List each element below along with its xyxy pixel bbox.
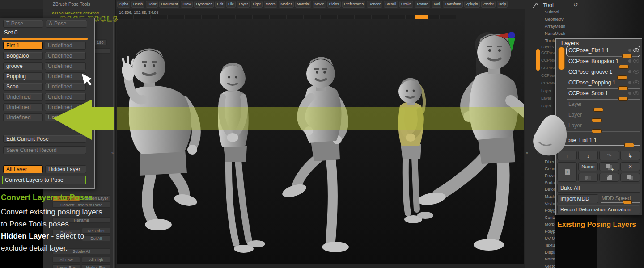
eye-icon[interactable] bbox=[633, 80, 639, 84]
viewport-canvas[interactable] bbox=[117, 20, 524, 264]
layer-slider-handle[interactable] bbox=[624, 143, 634, 147]
layer-row[interactable]: Layer bbox=[567, 110, 640, 121]
menu-item[interactable]: Draw bbox=[181, 1, 193, 8]
menu-item[interactable]: Marker bbox=[279, 1, 293, 8]
all-layer-button[interactable]: All Layer bbox=[3, 165, 43, 173]
eye-icon[interactable] bbox=[633, 91, 639, 95]
record-icon[interactable] bbox=[628, 81, 631, 84]
record-icon[interactable] bbox=[628, 70, 631, 73]
menu-item[interactable]: Picker bbox=[327, 1, 341, 8]
right-divider-handle[interactable]: » bbox=[526, 151, 528, 155]
palette-section-item[interactable]: ArrayMesh bbox=[545, 23, 565, 30]
record-icon[interactable] bbox=[628, 59, 631, 63]
mini-layer-item[interactable]: Layer bbox=[541, 95, 555, 102]
reset-icon[interactable]: ↺ bbox=[573, 1, 578, 8]
delete-layer-button[interactable]: × bbox=[620, 162, 640, 171]
timeline-tab-strip[interactable] bbox=[117, 15, 456, 19]
invert-layer-button[interactable] bbox=[599, 173, 619, 182]
pose-name-button[interactable]: Popping bbox=[3, 72, 43, 80]
mini-layer-item[interactable]: CCPose bbox=[541, 72, 555, 80]
menu-item[interactable]: Zplugin bbox=[464, 1, 479, 8]
layer-row[interactable]: CCPose_Fist 1 1 bbox=[567, 46, 640, 57]
mdd-speed-handle[interactable] bbox=[623, 200, 632, 204]
menu-item[interactable]: Alpha bbox=[117, 1, 130, 8]
menu-item[interactable]: Help bbox=[497, 1, 508, 8]
a-pose-button[interactable]: A-Pose bbox=[46, 20, 87, 28]
mini-layer-item[interactable]: Layer bbox=[541, 102, 555, 110]
new-layer-button[interactable] bbox=[557, 162, 577, 182]
bg-all-low-button[interactable]: All Low bbox=[52, 257, 80, 263]
plugin-field[interactable] bbox=[93, 48, 110, 54]
menu-item[interactable]: Tool bbox=[432, 1, 442, 8]
t-pose-button[interactable]: T-Pose bbox=[3, 20, 43, 28]
mini-layer-item[interactable]: Layer bbox=[541, 87, 555, 95]
menu-item[interactable]: Preferences bbox=[342, 1, 365, 8]
mdd-speed-track[interactable] bbox=[601, 202, 640, 203]
eye-icon[interactable] bbox=[633, 48, 639, 52]
menu-item[interactable]: Document bbox=[159, 1, 179, 8]
mini-layer-item[interactable]: CCPose bbox=[541, 57, 555, 64]
convert-layers-to-pose-button[interactable]: Convert Layers to Pose bbox=[2, 176, 86, 184]
pose-name-button[interactable]: Undefined bbox=[3, 103, 43, 111]
menu-item[interactable]: Material bbox=[295, 1, 312, 8]
import-mdd-button[interactable]: Import MDD bbox=[557, 194, 598, 203]
hidden-layer-button[interactable]: Hidden Layer bbox=[45, 165, 86, 173]
menu-item[interactable]: Texture bbox=[415, 1, 430, 8]
layer-intensity-handle[interactable] bbox=[592, 129, 602, 133]
record-icon[interactable] bbox=[628, 49, 631, 52]
layers-scrollbar-pill[interactable] bbox=[558, 47, 565, 70]
active-tab-marker[interactable] bbox=[415, 15, 428, 19]
layers-scroll-pill[interactable] bbox=[536, 49, 540, 71]
menu-item[interactable]: Zscript bbox=[481, 1, 496, 8]
layers-section-label[interactable]: Layers bbox=[541, 44, 554, 49]
menu-item[interactable]: Brush bbox=[131, 1, 144, 8]
pose-name-button[interactable]: Undefined bbox=[3, 93, 43, 101]
pose-name-button[interactable]: Fist 1 bbox=[3, 42, 43, 50]
mini-layer-item[interactable]: CCPose bbox=[541, 64, 555, 72]
menu-item[interactable]: Stencil bbox=[384, 1, 398, 8]
rename-layer-button[interactable]: Name bbox=[578, 162, 598, 171]
save-current-record-button[interactable]: Save Current Record bbox=[3, 146, 86, 154]
record-deformation-button[interactable]: Record Deformation Animation bbox=[557, 205, 640, 214]
move-layer-down-button[interactable]: ↓ bbox=[578, 151, 598, 160]
branch-layer-button[interactable]: ↳ bbox=[620, 151, 640, 160]
bake-all-button[interactable]: Bake All bbox=[557, 184, 640, 193]
menu-item[interactable]: File bbox=[226, 1, 236, 8]
menu-item[interactable]: Edit bbox=[215, 1, 225, 8]
pose-name-button[interactable]: groove bbox=[3, 62, 43, 70]
layer-row[interactable]: CCPose_groove 1 bbox=[567, 67, 640, 78]
layer-row[interactable]: CCPose_Scoo 1 bbox=[567, 89, 640, 100]
menu-item[interactable]: Transform bbox=[443, 1, 463, 8]
menu-item[interactable]: Layer bbox=[237, 1, 250, 8]
pose-value-button[interactable]: Undefined bbox=[45, 72, 86, 80]
pose-name-button[interactable]: Scoo bbox=[3, 83, 43, 91]
bg-all-high-button[interactable]: All High bbox=[82, 257, 110, 263]
eye-icon[interactable] bbox=[633, 70, 639, 74]
pose-name-button[interactable]: Boogaloo bbox=[3, 52, 43, 60]
left-divider-handle[interactable]: « bbox=[111, 151, 114, 155]
pose-name-button[interactable]: Undefined bbox=[3, 113, 43, 121]
pose-value-button[interactable]: Undefined bbox=[45, 62, 86, 70]
palette-section-item[interactable]: Subtool bbox=[545, 8, 565, 16]
record-icon[interactable] bbox=[628, 92, 631, 95]
set-slider-bar[interactable] bbox=[2, 38, 88, 40]
pose-value-button[interactable]: Undefined bbox=[45, 42, 86, 50]
mini-layer-item[interactable]: CCPose bbox=[541, 49, 555, 57]
bg-lower-res-button[interactable]: Lower Res bbox=[52, 264, 80, 268]
menu-item[interactable]: Color bbox=[146, 1, 158, 8]
menu-item[interactable]: Render bbox=[367, 1, 382, 8]
layer-row[interactable]: Layer bbox=[567, 121, 640, 132]
menu-item[interactable]: Dynamics bbox=[194, 1, 214, 8]
split-layer-button[interactable] bbox=[620, 173, 640, 182]
eye-icon[interactable] bbox=[633, 59, 639, 63]
mini-layer-item[interactable]: CCPose bbox=[541, 80, 555, 87]
menu-item[interactable]: Light bbox=[251, 1, 262, 8]
duplicate-layer-button[interactable] bbox=[599, 162, 619, 171]
redo-layer-button[interactable]: ↷ bbox=[599, 151, 619, 160]
menu-item[interactable]: Movie bbox=[313, 1, 326, 8]
palette-section-item[interactable]: Geometry bbox=[545, 16, 565, 23]
menu-item[interactable]: Macro bbox=[264, 1, 278, 8]
palette-section-item[interactable]: NanoMesh bbox=[545, 30, 565, 37]
merge-layers-button[interactable] bbox=[578, 173, 598, 182]
value-190-field[interactable]: 190 bbox=[93, 39, 107, 45]
